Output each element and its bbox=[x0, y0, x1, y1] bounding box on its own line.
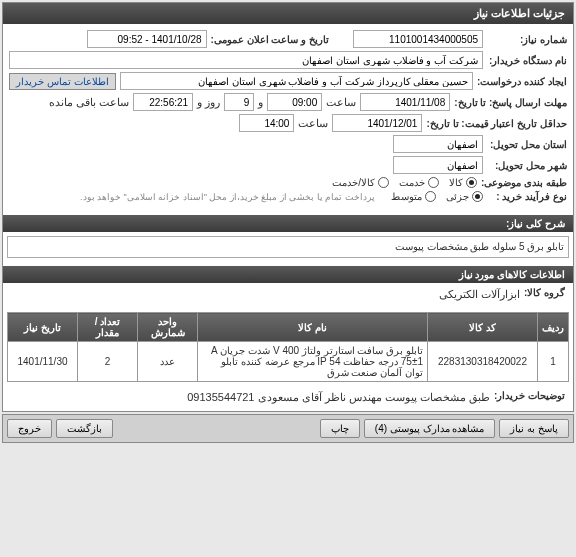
goods-table: ردیف کد کالا نام کالا واحد شمارش تعداد /… bbox=[7, 312, 569, 382]
td-idx: 1 bbox=[538, 342, 569, 382]
buyer-field bbox=[9, 51, 483, 69]
need-number-field bbox=[353, 30, 483, 48]
hour-label-2: ساعت bbox=[298, 117, 328, 130]
exit-button[interactable]: خروج bbox=[7, 419, 52, 438]
radio-partial-label: جزئی bbox=[446, 191, 469, 202]
validity-hour-field bbox=[239, 114, 294, 132]
th-idx: ردیف bbox=[538, 313, 569, 342]
radio-service-label: خدمت bbox=[399, 177, 425, 188]
table-row: 1 2283130318420022 تابلو برق سافت استارت… bbox=[8, 342, 569, 382]
attachments-button[interactable]: مشاهده مدارک پیوستی (4) bbox=[364, 419, 496, 438]
topic-label: طبقه بندی موضوعی: bbox=[481, 177, 567, 188]
buyer-notes-value: طبق مشخصات پیوست مهندس ناظر آقای مسعودی … bbox=[187, 391, 490, 404]
reply-button[interactable]: پاسخ به نیاز bbox=[499, 419, 569, 438]
time-remaining-label: ساعت باقی مانده bbox=[49, 96, 129, 109]
th-code: کد کالا bbox=[428, 313, 538, 342]
announce-label: تاریخ و ساعت اعلان عمومی: bbox=[211, 34, 329, 45]
th-name: نام کالا bbox=[198, 313, 428, 342]
requester-label: ایجاد کننده درخواست: bbox=[477, 76, 567, 87]
days-remaining-label: روز و bbox=[197, 96, 220, 109]
need-number-label: شماره نیاز: bbox=[487, 34, 567, 45]
day-and-label: و bbox=[258, 96, 263, 109]
hour-label-1: ساعت bbox=[326, 96, 356, 109]
time-remaining-field bbox=[133, 93, 193, 111]
td-date: 1401/11/30 bbox=[8, 342, 78, 382]
radio-goods-label: کالا bbox=[449, 177, 463, 188]
city-deliv-field bbox=[393, 156, 483, 174]
td-code: 2283130318420022 bbox=[428, 342, 538, 382]
radio-service[interactable] bbox=[428, 177, 439, 188]
city-exec-field bbox=[393, 135, 483, 153]
panel-title: جزئیات اطلاعات نیاز bbox=[3, 3, 573, 24]
deadline-label: مهلت ارسال پاسخ: تا تاریخ: bbox=[454, 97, 567, 108]
th-unit: واحد شمارش bbox=[138, 313, 198, 342]
requester-field bbox=[120, 72, 474, 90]
footer-bar: پاسخ به نیاز مشاهده مدارک پیوستی (4) چاپ… bbox=[2, 414, 574, 443]
process-note: پرداخت تمام یا بخشی از مبلغ خرید،از محل … bbox=[80, 192, 375, 202]
buyer-contact-button[interactable]: اطلاعات تماس خریدار bbox=[9, 73, 116, 90]
need-desc-title: شرح کلی نیاز: bbox=[3, 215, 573, 232]
radio-medium[interactable] bbox=[425, 191, 436, 202]
goods-group-value: ابزارآلات الکتریکی bbox=[439, 288, 520, 301]
deadline-hour-field bbox=[267, 93, 322, 111]
days-remaining-field bbox=[224, 93, 254, 111]
buyer-notes-label: توضیحات خریدار: bbox=[494, 390, 565, 401]
print-button[interactable]: چاپ bbox=[320, 419, 360, 438]
deadline-date-field bbox=[360, 93, 450, 111]
buyer-label: نام دستگاه خریدار: bbox=[487, 55, 567, 66]
radio-goods[interactable] bbox=[466, 177, 477, 188]
radio-partial[interactable] bbox=[472, 191, 483, 202]
city-deliv-label: شهر محل تحویل: bbox=[487, 160, 567, 171]
radio-goodservice[interactable] bbox=[378, 177, 389, 188]
td-qty: 2 bbox=[78, 342, 138, 382]
goods-info-title: اطلاعات کالاهای مورد نیاز bbox=[3, 266, 573, 283]
radio-goodservice-label: کالا/خدمت bbox=[332, 177, 375, 188]
goods-group-label: گروه کالا: bbox=[524, 287, 565, 298]
th-qty: تعداد / مقدار bbox=[78, 313, 138, 342]
th-date: تاریخ نیاز bbox=[8, 313, 78, 342]
td-name: تابلو برق سافت استارتر ولتاژ V 400 شدت ج… bbox=[198, 342, 428, 382]
radio-medium-label: متوسط bbox=[391, 191, 422, 202]
need-desc-field: تابلو برق 5 سلوله طبق مشخصات پیوست bbox=[7, 236, 569, 258]
back-button[interactable]: بازگشت bbox=[56, 419, 113, 438]
validity-date-field bbox=[332, 114, 422, 132]
td-unit: عدد bbox=[138, 342, 198, 382]
city-exec-label: استان محل تحویل: bbox=[487, 139, 567, 150]
process-label: نوع فرآیند خرید : bbox=[487, 191, 567, 202]
announce-field bbox=[87, 30, 207, 48]
validity-label: حداقل تاریخ اعتبار قیمت: تا تاریخ: bbox=[426, 118, 567, 129]
